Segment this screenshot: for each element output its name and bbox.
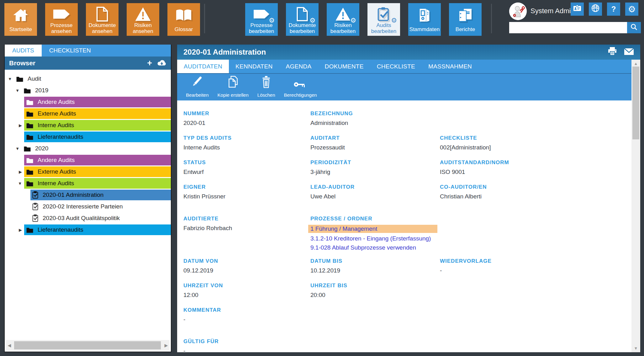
field-uhrzeit-von: UHRZEIT VON 12:00 xyxy=(183,283,223,299)
kopie-erstellen-button[interactable]: Kopie erstellen xyxy=(213,74,253,100)
tree-item-lieferantenaudits-2020[interactable]: ▶ Lieferantenaudits xyxy=(5,224,171,235)
user-avatar[interactable] xyxy=(509,3,527,20)
field-auditstandard-norm: AUDITSTANDARD/NORM ISO 9001 xyxy=(440,159,509,175)
nav-tile-prozesse-bearbeiten[interactable]: ⚙ Prozesse bearbeiten xyxy=(245,3,278,36)
horizontal-scrollbar[interactable]: ◀ ▶ xyxy=(6,340,170,351)
field-periodizitaet: PERIODIZITÄT 3-jährig xyxy=(310,159,351,175)
tab-checklisten[interactable]: CHECKLISTEN xyxy=(42,45,98,57)
print-icon xyxy=(608,47,617,57)
browser-title: Browser xyxy=(9,59,147,67)
scroll-up-icon[interactable]: ▲ xyxy=(631,61,640,66)
page-title: 2020-01 Administration xyxy=(183,48,601,57)
process-tag-icon xyxy=(45,6,78,22)
scrollbar-thumb[interactable] xyxy=(632,67,639,139)
scrollbar-thumb[interactable] xyxy=(14,341,161,349)
tile-label: Audits bearbeiten xyxy=(367,22,400,36)
collapse-arrow-icon[interactable]: ▼ xyxy=(5,146,22,151)
bearbeiten-button[interactable]: Bearbeiten xyxy=(182,74,213,100)
nav-tile-risiken-ansehen[interactable]: Risiken ansehen xyxy=(127,3,159,36)
help-icon: ? xyxy=(611,5,616,13)
nav-tile-dokumente-bearbeiten[interactable]: ⚙ Dokumente bearbeiten xyxy=(286,3,319,36)
field-lead-auditor: LEAD-AUDITOR Uwe Abel xyxy=(310,184,355,200)
tile-label: Prozesse bearbeiten xyxy=(245,22,278,36)
key-icon xyxy=(293,81,307,92)
process-link[interactable]: 3.1.2-10 Kreditoren - Eingang (Ersterfas… xyxy=(310,235,437,242)
berechtigungen-button[interactable]: Berechtigungen xyxy=(280,74,321,100)
nav-tile-risiken-bearbeiten[interactable]: ⚙ Risiken bearbeiten xyxy=(327,3,359,36)
search-box xyxy=(509,22,627,33)
glossary-book-icon xyxy=(167,6,200,24)
print-button[interactable] xyxy=(608,47,617,57)
tree-item-2019[interactable]: ▼ 2019 xyxy=(5,85,171,96)
tree-item-lieferantenaudits-2019[interactable]: Lieferantenaudits xyxy=(5,132,171,142)
tab-dokumente[interactable]: DOKUMENTE xyxy=(318,60,370,73)
tree-item-externe-audits-2019[interactable]: Externe Audits xyxy=(5,108,171,119)
document-gear-icon: ⚙ xyxy=(286,6,319,22)
user-name: System Admin xyxy=(531,7,575,15)
binder-icon xyxy=(408,6,441,24)
tree-item-audit-root[interactable]: ▼ Audit xyxy=(5,73,171,84)
tree-item-interne-audits-2020[interactable]: ▼ Interne Audits xyxy=(5,178,171,189)
field-co-auditor: CO-AUDITOR/EN Christian Alberti xyxy=(440,184,487,200)
tab-kenndaten[interactable]: KENNDATEN xyxy=(229,60,279,73)
search-input[interactable] xyxy=(509,22,627,33)
collapse-arrow-icon[interactable]: ▼ xyxy=(5,88,22,93)
scroll-left-icon[interactable]: ◀ xyxy=(6,343,13,348)
tree-item-externe-audits-2020[interactable]: ▶ Externe Audits xyxy=(5,166,171,177)
tree-item-andere-audits-2019[interactable]: Andere Audits xyxy=(5,97,171,107)
id-badge-icon xyxy=(573,5,581,13)
field-checkliste: CHECKLISTE 002[Administration] xyxy=(440,135,491,151)
audit-detail-form: NUMMER 2020-01 BEZEICHNUNG Administratio… xyxy=(177,100,631,352)
field-gueltig-fuer: GÜLTIG FÜR - xyxy=(183,338,219,352)
tab-auditdaten[interactable]: AUDITDATEN xyxy=(177,60,229,73)
search-button[interactable] xyxy=(627,22,641,33)
browser-header: Browser + xyxy=(5,57,171,70)
expand-arrow-icon[interactable]: ▶ xyxy=(5,170,24,174)
risk-warning-gear-icon: ⚙ xyxy=(327,6,359,22)
gear-icon: ⚙ xyxy=(269,17,275,24)
loeschen-button[interactable]: Löschen xyxy=(253,74,280,100)
tree-item-2020-03-audit-qualitaetspolitik[interactable]: 2020-03 Audit Qualitätspolitik xyxy=(5,213,171,224)
mail-icon xyxy=(624,48,634,57)
field-wiedervorlage: WIEDERVORLAGE - xyxy=(440,258,492,274)
nav-tile-startseite[interactable]: Startseite xyxy=(4,3,37,36)
tree-item-2020-02-interessierte-parteien[interactable]: 2020-02 Interessierte Parteien xyxy=(5,201,171,212)
cloud-download-button[interactable] xyxy=(157,59,166,67)
globe-button[interactable] xyxy=(589,3,602,16)
tab-agenda[interactable]: AGENDA xyxy=(279,60,318,73)
gear-icon: ⚙ xyxy=(309,17,315,24)
nav-tile-glossar[interactable]: Glossar xyxy=(167,3,200,36)
expand-arrow-icon[interactable]: ▶ xyxy=(5,228,24,232)
globe-icon xyxy=(591,4,599,14)
nav-tile-prozesse-ansehen[interactable]: Prozesse ansehen xyxy=(45,3,78,36)
scroll-down-icon[interactable]: ▼ xyxy=(631,346,640,351)
nav-tile-audits-bearbeiten[interactable]: ⚙ Audits bearbeiten xyxy=(367,3,400,36)
process-tag-gear-icon: ⚙ xyxy=(245,6,278,22)
tree-item-2020-01-administration[interactable]: 2020-01 Administration xyxy=(5,190,171,200)
tab-checkliste[interactable]: CHECKLISTE xyxy=(370,60,422,73)
id-badge-button[interactable] xyxy=(571,3,584,16)
vertical-scrollbar[interactable]: ▲ ▼ xyxy=(631,60,640,352)
settings-gear-icon: ⚙ xyxy=(628,4,636,14)
add-button[interactable]: + xyxy=(147,59,152,67)
scroll-right-icon[interactable]: ▶ xyxy=(163,343,170,348)
collapse-arrow-icon[interactable]: ▼ xyxy=(5,77,14,81)
search-icon xyxy=(630,23,638,32)
tree-item-andere-audits-2020[interactable]: Andere Audits xyxy=(5,155,171,165)
nav-tile-berichte[interactable]: Berichte xyxy=(449,3,482,36)
mail-button[interactable] xyxy=(624,48,634,57)
tree-item-interne-audits-2019[interactable]: ▶ Interne Audits xyxy=(5,120,171,131)
tile-label: Berichte xyxy=(449,24,482,36)
collapse-arrow-icon[interactable]: ▼ xyxy=(5,181,24,186)
settings-button[interactable]: ⚙ xyxy=(625,3,638,16)
nav-tile-stammdaten[interactable]: Stammdaten xyxy=(408,3,441,36)
tree-item-2020[interactable]: ▼ 2020 xyxy=(5,143,171,154)
nav-tile-dokumente-ansehen[interactable]: Dokumente ansehen xyxy=(86,3,119,36)
tab-audits[interactable]: AUDITS xyxy=(5,45,42,57)
process-link-highlighted[interactable]: 1 Führung / Management xyxy=(308,225,437,233)
field-auditart: AUDITART Prozessaudit xyxy=(310,135,345,151)
help-button[interactable]: ? xyxy=(607,3,620,16)
expand-arrow-icon[interactable]: ▶ xyxy=(5,123,24,128)
process-link[interactable]: 9.1-028 Ablauf Subprozesse verwenden xyxy=(310,244,437,251)
tab-massnahmen[interactable]: MASSNAHMEN xyxy=(422,60,478,73)
